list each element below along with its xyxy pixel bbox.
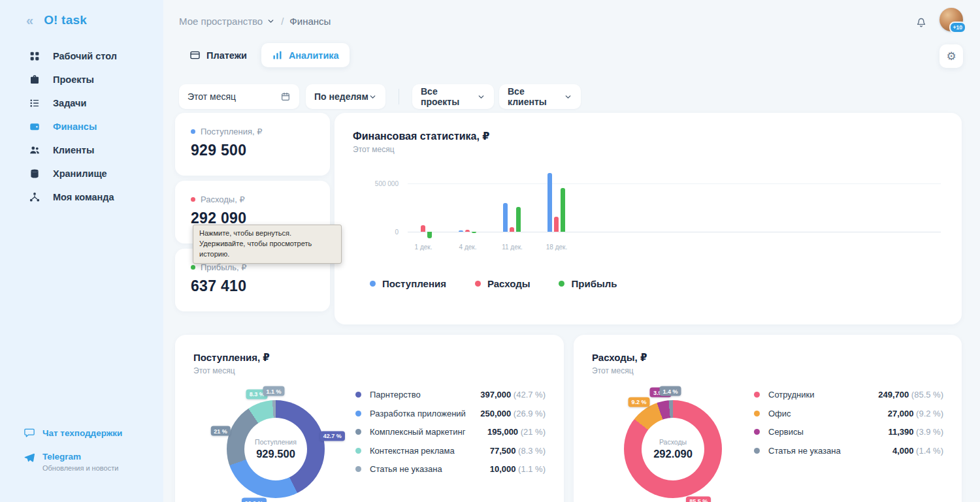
chevron-down-icon	[564, 93, 572, 101]
legend-dot	[754, 429, 760, 435]
legend-row: Разработка приложений250,000 (26.9 %)	[355, 409, 546, 418]
sidebar-collapse-icon[interactable]: «	[26, 14, 33, 27]
stat-label: Поступления, ₽	[201, 127, 263, 136]
gridline	[408, 183, 941, 184]
income-dot-icon	[191, 129, 195, 134]
income-card-title: Поступления, ₽	[193, 352, 546, 364]
settings-button[interactable]: ⚙	[939, 44, 963, 68]
storage-icon	[29, 168, 41, 180]
telegram-label: Telegram	[42, 452, 118, 462]
sidebar-item-projects[interactable]: Проекты	[0, 68, 163, 91]
y-tick-label: 0	[395, 228, 399, 236]
app-root: « O! task Рабочий стол Проекты Задачи Фи…	[0, 0, 980, 502]
percent-badge: 9.2 %	[629, 397, 650, 407]
workspace-selector[interactable]: Мое пространство	[179, 16, 275, 27]
percent-badge: 42.7 %	[320, 431, 345, 441]
legend-percent: (1.1 %)	[515, 464, 546, 474]
sidebar-item-team[interactable]: Моя команда	[0, 185, 163, 209]
avatar[interactable]: +10	[939, 8, 963, 31]
legend-value: 195,000 (21 %)	[487, 427, 546, 437]
legend-row: Сотрудники249,700 (85.5 %)	[754, 390, 943, 400]
legend-row: Статья не указана4,000 (1.4 %)	[754, 446, 943, 456]
income-donut-center: Поступления 929.500	[244, 418, 307, 480]
stat-card-income: Поступления, ₽ 929 500	[175, 113, 330, 176]
gear-icon: ⚙	[946, 50, 956, 63]
calendar-icon	[280, 91, 291, 102]
legend-item: Прибыль	[559, 278, 617, 289]
granularity-dropdown[interactable]: По неделям	[306, 84, 385, 109]
legend-dot	[754, 392, 760, 398]
task-list-icon	[29, 97, 41, 109]
breadcrumb-separator: /	[281, 16, 284, 27]
bar	[427, 232, 432, 238]
percent-badge: 26.9 %	[241, 498, 266, 502]
chevron-down-icon	[267, 17, 275, 25]
tab-payments[interactable]: Платежи	[179, 43, 257, 67]
legend-label: Прибыль	[571, 278, 617, 289]
x-tick-label: 18 дек.	[531, 243, 583, 251]
sidebar-item-label: Моя команда	[53, 192, 114, 202]
legend-value: 397,000 (42.7 %)	[480, 390, 546, 400]
legend-dot	[355, 429, 361, 435]
bar	[459, 230, 463, 232]
filters-divider	[399, 89, 399, 104]
legend-row: Комплексный маркетинг195,000 (21 %)	[355, 427, 546, 437]
projects-dropdown[interactable]: Все проекты	[412, 84, 494, 109]
sidebar: « O! task Рабочий стол Проекты Задачи Фи…	[0, 0, 163, 502]
tab-analytics[interactable]: Аналитика	[261, 43, 350, 67]
legend-dot	[355, 466, 361, 472]
telegram-link[interactable]: Telegram Обновления и новости	[0, 452, 163, 472]
donut-center-label: Поступления	[255, 438, 297, 446]
expenses-card-subtitle: Этот месяц	[592, 366, 943, 375]
legend-percent: (26.9 %)	[511, 409, 546, 418]
app-logo[interactable]: O! task	[44, 13, 87, 27]
briefcase-icon	[29, 74, 41, 86]
stat-value: 929 500	[191, 142, 314, 159]
y-tick-label: 500 000	[375, 180, 399, 187]
sidebar-item-dashboard[interactable]: Рабочий стол	[0, 44, 163, 68]
legend-label: Статья не указана	[370, 464, 490, 474]
donut-center-value: 929.500	[256, 448, 295, 460]
wallet-icon	[29, 121, 41, 133]
legend-percent: (9.2 %)	[913, 409, 943, 418]
sidebar-item-storage[interactable]: Хранилище	[0, 162, 163, 185]
legend-row: Статья не указана10,000 (1.1 %)	[355, 464, 546, 474]
expenses-dot-icon	[191, 197, 195, 202]
bar	[561, 188, 565, 232]
team-icon	[29, 191, 41, 203]
header-actions: +10	[915, 8, 963, 31]
period-value: Этот месяц	[188, 91, 236, 102]
legend-value: 77,500 (8.3 %)	[490, 446, 546, 456]
income-donut: Поступления 929.500 42.7 %26.9 %21 %8.3 …	[227, 400, 325, 498]
legend-percent: (21 %)	[518, 427, 546, 437]
legend-value: 10,000 (1.1 %)	[490, 464, 546, 474]
expenses-donut-center: Расходы 292.090	[642, 418, 704, 480]
legend-value: 250,000 (26.9 %)	[480, 409, 546, 418]
percent-badge: 85.5 %	[686, 496, 711, 502]
profit-dot-icon	[191, 265, 195, 270]
clients-dropdown[interactable]: Все клиенты	[499, 84, 581, 109]
period-picker[interactable]: Этот месяц	[179, 84, 299, 109]
stat-label: Прибыль, ₽	[201, 262, 246, 272]
legend-row: Парнтерство397,000 (42.7 %)	[355, 390, 546, 400]
support-chat-link[interactable]: Чат техподдержки	[0, 427, 163, 439]
chat-icon	[24, 427, 35, 439]
expenses-breakdown-card: Расходы, ₽ Этот месяц Расходы 292.090 85…	[574, 335, 962, 502]
legend-label: Комплексный маркетинг	[370, 427, 487, 437]
breadcrumb: Мое пространство / Финансы	[179, 16, 331, 27]
sidebar-item-finance[interactable]: Финансы	[0, 115, 163, 138]
sidebar-item-label: Задачи	[53, 98, 86, 108]
sidebar-item-clients[interactable]: Клиенты	[0, 138, 163, 162]
sidebar-header: « O! task	[0, 0, 163, 27]
legend-label: Парнтерство	[370, 390, 480, 400]
legend-label: Сотрудники	[768, 390, 878, 400]
sidebar-item-tasks[interactable]: Задачи	[0, 91, 163, 115]
bar-legend: ПоступленияРасходыПрибыль	[370, 278, 617, 289]
filters-bar: Этот месяц По неделям Все проекты Все кл…	[179, 84, 581, 109]
telegram-subtitle: Обновления и новости	[42, 464, 118, 472]
stat-label: Расходы, ₽	[201, 195, 245, 204]
legend-label: Офис	[768, 409, 888, 418]
legend-row: Сервисы11,390 (3.9 %)	[754, 427, 943, 437]
notifications-bell-icon[interactable]	[915, 16, 928, 29]
analytics-icon	[272, 50, 283, 61]
